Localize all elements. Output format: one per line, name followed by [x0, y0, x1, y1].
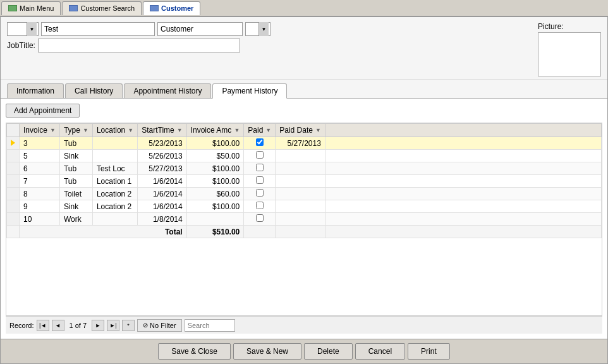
row-indicator	[7, 188, 20, 200]
nav-prev-button[interactable]: ◄	[52, 320, 64, 331]
table-row[interactable]: 9SinkLocation 21/6/2014$100.00	[7, 200, 602, 213]
nav-last-button[interactable]: ►|	[107, 320, 119, 331]
cell-type: Tub	[59, 137, 92, 150]
cancel-button[interactable]: Cancel	[355, 343, 405, 360]
tab-information[interactable]: Information	[7, 83, 64, 98]
tab-main-menu[interactable]: Main Menu	[1, 1, 61, 15]
col-type-header[interactable]: Type ▼	[59, 124, 92, 137]
cell-paid[interactable]	[244, 200, 276, 213]
table-row[interactable]: 5Sink5/26/2013$50.00	[7, 150, 602, 162]
total-amount-cell: $510.00	[186, 226, 244, 238]
header-right: Picture:	[538, 22, 601, 76]
table-row[interactable]: 6TubTest Loc5/27/2013$100.00	[7, 162, 602, 175]
tab-payment-history[interactable]: Payment History	[212, 83, 287, 99]
cell-paid[interactable]	[244, 150, 276, 162]
cell-amount	[186, 213, 244, 226]
search-input[interactable]	[185, 319, 235, 332]
cell-invoice: 3	[20, 137, 60, 150]
cell-invoice: 9	[20, 200, 60, 213]
nav-first-button[interactable]: |◄	[37, 320, 49, 331]
paid-checkbox[interactable]	[256, 202, 264, 209]
col-paid-header[interactable]: Paid ▼	[244, 124, 276, 137]
location-sort-icon: ▼	[128, 127, 133, 133]
header-row1: ▼ ▼	[7, 22, 534, 36]
salutation-arrow[interactable]: ▼	[27, 22, 37, 36]
table-row[interactable]: 10Work1/8/2014	[7, 213, 602, 226]
cell-starttime: 1/6/2014	[138, 200, 186, 213]
print-button[interactable]: Print	[408, 343, 450, 360]
cell-amount: $100.00	[186, 200, 244, 213]
inner-tabs: Information Call History Appointment His…	[1, 80, 607, 99]
paid-sort-icon: ▼	[265, 127, 271, 133]
paid-checkbox[interactable]	[256, 138, 264, 146]
cell-paid-date	[276, 150, 325, 162]
suffix-dropdown[interactable]: ▼	[245, 22, 271, 36]
nav-next-button[interactable]: ►	[92, 320, 104, 331]
cell-starttime: 5/23/2013	[138, 137, 186, 150]
tab-customer-search[interactable]: Customer Search	[62, 1, 142, 15]
cell-extra	[325, 188, 601, 200]
cell-amount: $60.00	[186, 188, 244, 200]
table-row[interactable]: 7TubLocation 11/6/2014$100.00	[7, 175, 602, 188]
add-appointment-button[interactable]: Add Appointment	[6, 104, 80, 118]
col-amount-header[interactable]: Invoice Amc ▼	[186, 124, 244, 137]
jobtitle-row: JobTitle:	[7, 39, 534, 52]
save-close-button[interactable]: Save & Close	[158, 343, 231, 360]
row-indicator	[7, 137, 20, 150]
col-paiddate-header[interactable]: Paid Date ▼	[276, 124, 325, 137]
cell-type: Sink	[59, 150, 92, 162]
table-row[interactable]: 8ToiletLocation 21/6/2014$60.00	[7, 188, 602, 200]
paid-checkbox[interactable]	[256, 214, 264, 222]
total-row: Total $510.00	[7, 226, 602, 238]
tab-customer[interactable]: Customer	[143, 1, 200, 15]
paid-checkbox[interactable]	[256, 164, 264, 171]
cell-location	[92, 213, 137, 226]
cell-extra	[325, 137, 601, 150]
delete-button[interactable]: Delete	[304, 343, 353, 360]
cell-paid-date	[276, 213, 325, 226]
filter-button[interactable]: ⊘ No Filter	[137, 319, 182, 332]
cell-paid[interactable]	[244, 188, 276, 200]
cell-location: Test Loc	[92, 162, 137, 175]
col-invoice-header[interactable]: Invoice ▼	[20, 124, 60, 137]
table-row[interactable]: 3Tub5/23/2013$100.005/27/2013	[7, 137, 602, 150]
nav-new-button[interactable]: *	[122, 320, 135, 331]
first-name-field[interactable]	[41, 22, 155, 36]
invoice-sort-icon: ▼	[50, 127, 56, 133]
salutation-dropdown[interactable]: ▼	[7, 22, 39, 36]
tab-main-menu-icon	[8, 5, 17, 11]
cell-starttime: 1/6/2014	[138, 175, 186, 188]
total-extra-cell	[325, 226, 601, 238]
jobtitle-field[interactable]	[38, 39, 240, 52]
save-new-button[interactable]: Save & New	[233, 343, 301, 360]
col-extra-header	[325, 124, 601, 137]
cell-location	[92, 150, 137, 162]
cell-paid[interactable]	[244, 162, 276, 175]
cell-invoice: 5	[20, 150, 60, 162]
payment-table: Invoice ▼ Type ▼ Locatio	[6, 123, 602, 238]
paid-checkbox[interactable]	[256, 176, 264, 184]
col-location-header[interactable]: Location ▼	[92, 124, 137, 137]
tab-customer-search-icon	[69, 5, 78, 11]
cell-type: Work	[59, 213, 92, 226]
tab-appointment-history[interactable]: Appointment History	[124, 83, 211, 98]
col-starttime-header[interactable]: StartTime ▼	[138, 124, 186, 137]
tab-call-history[interactable]: Call History	[65, 83, 123, 98]
cell-paid-date	[276, 188, 325, 200]
cell-starttime: 1/6/2014	[138, 188, 186, 200]
total-date-cell	[276, 226, 325, 238]
cell-invoice: 10	[20, 213, 60, 226]
cell-paid[interactable]	[244, 175, 276, 188]
cell-amount: $100.00	[186, 137, 244, 150]
cell-type: Sink	[59, 200, 92, 213]
header-left: ▼ ▼ JobTitle:	[7, 22, 534, 52]
paid-checkbox[interactable]	[256, 189, 264, 197]
cell-paid[interactable]	[244, 213, 276, 226]
cell-paid[interactable]	[244, 137, 276, 150]
row-indicator	[7, 213, 20, 226]
cell-invoice: 8	[20, 188, 60, 200]
suffix-arrow[interactable]: ▼	[258, 22, 269, 36]
last-name-field[interactable]	[157, 22, 243, 36]
paid-checkbox[interactable]	[256, 151, 264, 159]
cell-paid-date: 5/27/2013	[276, 137, 325, 150]
